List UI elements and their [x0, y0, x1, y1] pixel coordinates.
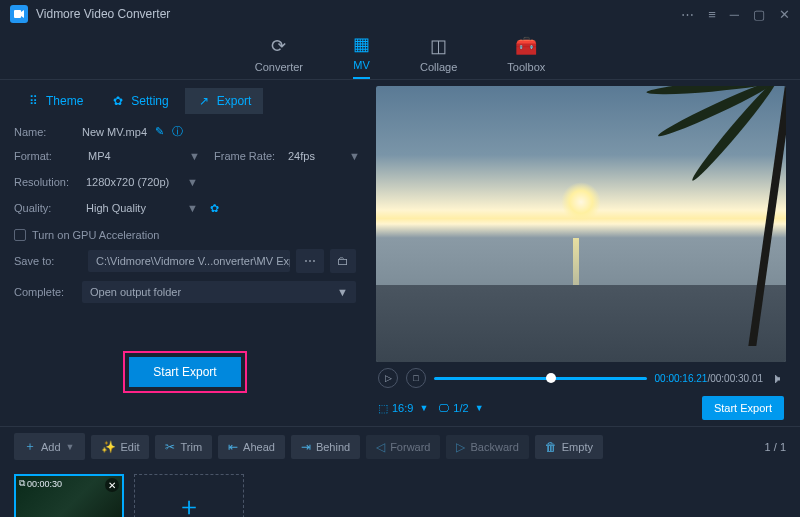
total-time: 00:00:30.01	[710, 373, 763, 384]
export-icon: ↗	[197, 94, 211, 108]
trash-icon: 🗑	[545, 440, 557, 454]
framerate-dropdown[interactable]: 24fps ▼	[284, 147, 364, 165]
feedback-icon[interactable]: ⋯	[681, 7, 694, 22]
screen-page-value: 1/2	[453, 402, 468, 414]
timeline-clip[interactable]: ⧉ 00:00:30 ✕ ▷ 🔇 ✨ ✂	[14, 474, 124, 517]
start-export-button[interactable]: Start Export	[129, 357, 240, 387]
ahead-icon: ⇤	[228, 440, 238, 454]
backward-icon: ▷	[456, 440, 465, 454]
chevron-down-icon: ▼	[419, 403, 428, 413]
subtab-setting[interactable]: ✿ Setting	[99, 88, 180, 114]
edit-name-icon[interactable]: ✎	[155, 125, 164, 138]
app-logo	[10, 5, 28, 23]
chevron-down-icon: ▼	[66, 442, 75, 452]
timecode: 00:00:16.21/00:00:30.01	[655, 373, 763, 384]
quality-settings-icon[interactable]: ✿	[210, 202, 219, 215]
format-value: MP4	[88, 150, 111, 162]
behind-icon: ⇥	[301, 440, 311, 454]
framerate-label: Frame Rate:	[214, 150, 284, 162]
browse-button[interactable]: ⋯	[296, 249, 324, 273]
toolbox-icon: 🧰	[515, 35, 537, 57]
open-folder-icon[interactable]: 🗀	[330, 249, 356, 273]
plus-icon: ＋	[24, 438, 36, 455]
tab-mv-label: MV	[353, 59, 370, 71]
subtab-theme-label: Theme	[46, 94, 83, 108]
format-label: Format:	[14, 150, 84, 162]
scissors-icon: ✂	[165, 440, 175, 454]
resolution-label: Resolution:	[14, 176, 82, 188]
quality-label: Quality:	[14, 202, 82, 214]
tab-collage[interactable]: ◫ Collage	[420, 31, 457, 77]
info-icon[interactable]: ⓘ	[172, 124, 183, 139]
current-time: 00:00:16.21	[655, 373, 708, 384]
empty-button[interactable]: 🗑Empty	[535, 435, 603, 459]
subtab-export[interactable]: ↗ Export	[185, 88, 264, 114]
quality-value: High Quality	[86, 202, 146, 214]
progress-thumb[interactable]	[546, 373, 556, 383]
gpu-checkbox[interactable]	[14, 229, 26, 241]
svg-rect-0	[14, 10, 21, 18]
video-preview[interactable]	[376, 86, 786, 362]
trim-button[interactable]: ✂Trim	[155, 435, 212, 459]
chevron-down-icon: ▼	[187, 202, 198, 214]
remove-clip-icon[interactable]: ✕	[105, 478, 119, 492]
chevron-down-icon: ▼	[337, 286, 348, 298]
page-indicator: 1 / 1	[765, 441, 786, 453]
saveto-label: Save to:	[14, 255, 82, 267]
play-button[interactable]: ▷	[378, 368, 398, 388]
resolution-dropdown[interactable]: 1280x720 (720p) ▼	[82, 173, 202, 191]
complete-dropdown[interactable]: Open output folder ▼	[82, 281, 356, 303]
start-export-button-right[interactable]: Start Export	[702, 396, 784, 420]
maximize-icon[interactable]: ▢	[753, 7, 765, 22]
chevron-down-icon: ▼	[475, 403, 484, 413]
add-clip-button[interactable]: ＋	[134, 474, 244, 517]
tab-toolbox-label: Toolbox	[507, 61, 545, 73]
preview-panel: ▷ □ 00:00:16.21/00:00:30.01 🕨 ⬚ 16:9 ▼ 🖵…	[370, 80, 800, 426]
chevron-down-icon: ▼	[189, 150, 200, 162]
aspect-icon: ⬚	[378, 402, 388, 415]
wand-icon: ✨	[101, 440, 116, 454]
screen-icon: 🖵	[438, 402, 449, 414]
name-value: New MV.mp4	[82, 126, 147, 138]
aspect-ratio-value: 16:9	[392, 402, 413, 414]
stop-button[interactable]: □	[406, 368, 426, 388]
complete-value: Open output folder	[90, 286, 181, 298]
tab-mv[interactable]: ▦ MV	[353, 29, 370, 79]
app-title: Vidmore Video Converter	[36, 7, 170, 21]
minimize-icon[interactable]: ─	[730, 7, 739, 22]
volume-icon[interactable]: 🕨	[771, 371, 784, 386]
framerate-value: 24fps	[288, 150, 315, 162]
setting-icon: ✿	[111, 94, 125, 108]
backward-button[interactable]: ▷Backward	[446, 435, 528, 459]
add-button[interactable]: ＋Add▼	[14, 433, 85, 460]
tab-converter[interactable]: ⟳ Converter	[255, 31, 303, 77]
gpu-checkbox-row[interactable]: Turn on GPU Acceleration	[14, 229, 356, 241]
name-label: Name:	[14, 126, 82, 138]
bottom-toolbar: ＋Add▼ ✨Edit ✂Trim ⇤Ahead ⇥Behind ◁Forwar…	[0, 426, 800, 466]
screen-page-dropdown[interactable]: 🖵 1/2 ▼	[438, 402, 483, 414]
aspect-ratio-dropdown[interactable]: ⬚ 16:9 ▼	[378, 402, 428, 415]
tab-converter-label: Converter	[255, 61, 303, 73]
top-nav: ⟳ Converter ▦ MV ◫ Collage 🧰 Toolbox	[0, 28, 800, 80]
forward-button[interactable]: ◁Forward	[366, 435, 440, 459]
forward-icon: ◁	[376, 440, 385, 454]
subtab-theme[interactable]: ⠿ Theme	[14, 88, 95, 114]
close-icon[interactable]: ✕	[779, 7, 790, 22]
tab-toolbox[interactable]: 🧰 Toolbox	[507, 31, 545, 77]
format-dropdown[interactable]: MP4 ▼	[84, 147, 204, 165]
chevron-down-icon: ▼	[187, 176, 198, 188]
subtab-setting-label: Setting	[131, 94, 168, 108]
theme-icon: ⠿	[26, 94, 40, 108]
collage-icon: ◫	[430, 35, 447, 57]
export-button-highlight: Start Export	[123, 351, 246, 393]
edit-button[interactable]: ✨Edit	[91, 435, 150, 459]
progress-bar[interactable]	[434, 377, 647, 380]
gpu-label: Turn on GPU Acceleration	[32, 229, 159, 241]
titlebar: Vidmore Video Converter ⋯ ≡ ─ ▢ ✕	[0, 0, 800, 28]
saveto-path: C:\Vidmore\Vidmore V...onverter\MV Expor…	[88, 250, 290, 272]
ahead-button[interactable]: ⇤Ahead	[218, 435, 285, 459]
behind-button[interactable]: ⇥Behind	[291, 435, 360, 459]
quality-dropdown[interactable]: High Quality ▼	[82, 199, 202, 217]
clip-duration: ⧉ 00:00:30	[19, 478, 62, 489]
menu-icon[interactable]: ≡	[708, 7, 716, 22]
